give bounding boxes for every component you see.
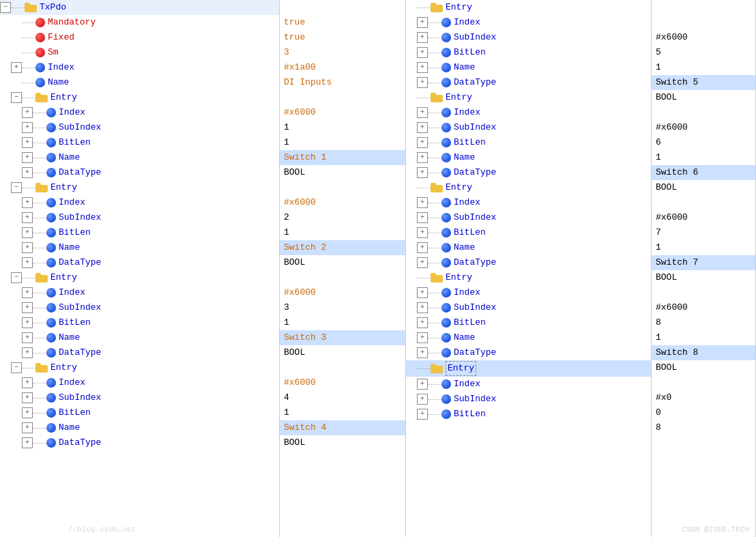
expand-button[interactable]: +	[417, 62, 428, 73]
expand-button[interactable]: +	[417, 122, 428, 133]
expand-button[interactable]: +	[417, 379, 428, 390]
tree-row[interactable]: +Index	[406, 105, 651, 120]
expand-button[interactable]: +	[417, 17, 428, 28]
expand-button[interactable]: +	[22, 152, 33, 163]
expand-button[interactable]: +	[417, 152, 428, 163]
tree-row[interactable]: +Index	[406, 15, 651, 30]
tree-row[interactable]: +BitLen	[406, 225, 651, 240]
collapse-button[interactable]: −	[11, 92, 22, 103]
tree-row[interactable]: −Entry	[0, 90, 279, 105]
expand-button[interactable]: +	[22, 197, 33, 208]
tree-row[interactable]: +Index	[406, 377, 651, 392]
expand-button[interactable]: +	[417, 242, 428, 253]
tree-panel-1[interactable]: −TxPdoMandatoryFixedSm+IndexName−Entry+I…	[0, 0, 280, 537]
tree-row[interactable]: +Index	[0, 60, 279, 75]
expand-button[interactable]: +	[22, 377, 33, 388]
expand-button[interactable]: +	[22, 167, 33, 178]
expand-button[interactable]: +	[417, 137, 428, 148]
expand-button[interactable]: +	[22, 137, 33, 148]
tree-row[interactable]: Sm	[0, 45, 279, 60]
expand-button[interactable]: +	[417, 212, 428, 223]
tree-row[interactable]: +SubIndex	[406, 120, 651, 135]
tree-row[interactable]: +DataType	[406, 345, 651, 360]
tree-row[interactable]: +SubIndex	[0, 210, 279, 225]
collapse-button[interactable]: −	[11, 182, 22, 193]
collapse-button[interactable]: −	[11, 272, 22, 283]
tree-row[interactable]: +SubIndex	[406, 300, 651, 315]
expand-button[interactable]: +	[22, 407, 33, 418]
tree-row[interactable]: +DataType	[0, 255, 279, 270]
tree-row[interactable]: Entry	[406, 180, 651, 195]
tree-row[interactable]: +BitLen	[0, 225, 279, 240]
expand-button[interactable]: +	[22, 437, 33, 448]
tree-row[interactable]: +DataType	[0, 165, 279, 180]
tree-row[interactable]: +Index	[0, 195, 279, 210]
expand-button[interactable]: +	[417, 47, 428, 58]
tree-row[interactable]: −Entry	[0, 360, 279, 375]
tree-row[interactable]: +BitLen	[406, 45, 651, 60]
tree-row[interactable]: +Name	[0, 240, 279, 255]
collapse-button[interactable]: −	[0, 2, 11, 13]
tree-row[interactable]: +SubIndex	[406, 210, 651, 225]
expand-button[interactable]: +	[417, 32, 428, 43]
collapse-button[interactable]: −	[11, 362, 22, 373]
tree-row[interactable]: +DataType	[406, 75, 651, 90]
tree-row[interactable]: +SubIndex	[406, 392, 651, 407]
tree-row[interactable]: +Name	[406, 240, 651, 255]
expand-button[interactable]: +	[22, 317, 33, 328]
expand-button[interactable]: +	[22, 122, 33, 133]
tree-row[interactable]: +Name	[406, 150, 651, 165]
expand-button[interactable]: +	[22, 257, 33, 268]
expand-button[interactable]: +	[417, 257, 428, 268]
tree-row[interactable]: +BitLen	[406, 407, 651, 422]
tree-row[interactable]: +SubIndex	[0, 390, 279, 405]
expand-button[interactable]: +	[417, 167, 428, 178]
expand-button[interactable]: +	[417, 197, 428, 208]
tree-row[interactable]: Name	[0, 75, 279, 90]
tree-row[interactable]: +BitLen	[0, 135, 279, 150]
tree-row[interactable]: Entry	[406, 360, 651, 377]
expand-button[interactable]: +	[22, 332, 33, 343]
tree-row[interactable]: +Index	[406, 285, 651, 300]
tree-row[interactable]: +BitLen	[0, 315, 279, 330]
tree-row[interactable]: +BitLen	[0, 405, 279, 420]
expand-button[interactable]: +	[417, 317, 428, 328]
expand-button[interactable]: +	[417, 107, 428, 118]
expand-button[interactable]: +	[22, 242, 33, 253]
expand-button[interactable]: +	[22, 107, 33, 118]
expand-button[interactable]: +	[22, 422, 33, 433]
expand-button[interactable]: +	[417, 77, 428, 88]
tree-row[interactable]: +Index	[0, 105, 279, 120]
expand-button[interactable]: +	[417, 409, 428, 420]
tree-row[interactable]: +BitLen	[406, 135, 651, 150]
tree-row[interactable]: Fixed	[0, 30, 279, 45]
expand-button[interactable]: +	[417, 287, 428, 298]
tree-row[interactable]: Entry	[406, 0, 651, 15]
tree-row[interactable]: +Name	[406, 330, 651, 345]
tree-row[interactable]: Entry	[406, 90, 651, 105]
expand-button[interactable]: +	[417, 394, 428, 405]
expand-button[interactable]: +	[417, 332, 428, 343]
expand-button[interactable]: +	[22, 392, 33, 403]
expand-button[interactable]: +	[417, 302, 428, 313]
expand-button[interactable]: +	[22, 347, 33, 358]
tree-row[interactable]: +SubIndex	[406, 30, 651, 45]
expand-button[interactable]: +	[22, 302, 33, 313]
tree-row[interactable]: +Name	[406, 60, 651, 75]
expand-button[interactable]: +	[22, 287, 33, 298]
tree-row[interactable]: +DataType	[0, 345, 279, 360]
tree-row[interactable]: +Name	[0, 150, 279, 165]
expand-button[interactable]: +	[22, 227, 33, 238]
tree-row[interactable]: +Index	[0, 375, 279, 390]
tree-row[interactable]: −Entry	[0, 180, 279, 195]
tree-row[interactable]: +Index	[406, 195, 651, 210]
tree-row[interactable]: +DataType	[406, 255, 651, 270]
tree-row[interactable]: Mandatory	[0, 15, 279, 30]
tree-row[interactable]: +DataType	[406, 165, 651, 180]
tree-row[interactable]: +DataType	[0, 435, 279, 450]
tree-row[interactable]: Entry	[406, 270, 651, 285]
expand-button[interactable]: +	[417, 347, 428, 358]
expand-button[interactable]: +	[417, 227, 428, 238]
tree-panel-3[interactable]: Entry+Index+SubIndex+BitLen+Name+DataTyp…	[406, 0, 652, 537]
expand-button[interactable]: +	[11, 62, 22, 73]
